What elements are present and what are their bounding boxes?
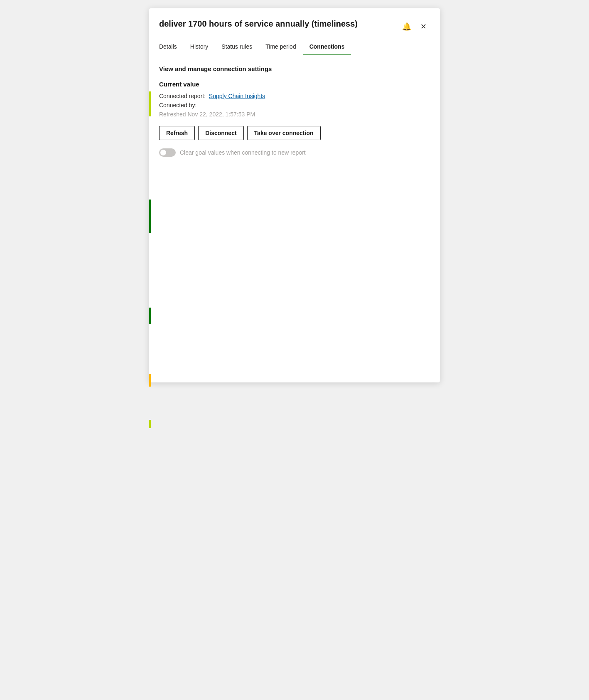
tab-details[interactable]: Details [159,40,184,55]
tab-connections[interactable]: Connections [303,40,351,55]
accent-bar-3 [149,308,151,324]
connected-report-link[interactable]: Supply Chain Insights [209,93,265,99]
accent-bar-5 [149,420,151,428]
action-buttons: Refresh Disconnect Take over connection [159,126,430,140]
toggle-label: Clear goal values when connecting to new… [180,149,306,156]
panel-title: deliver 1700 hours of service annually (… [159,18,400,29]
close-button[interactable]: ✕ [417,20,430,33]
disconnect-button[interactable]: Disconnect [198,126,243,140]
current-value-heading: Current value [159,81,430,88]
bell-icon: 🔔 [402,22,411,31]
toggle-row: Clear goal values when connecting to new… [159,148,430,157]
accent-bar-2 [149,200,151,233]
take-over-button[interactable]: Take over connection [247,126,321,140]
connected-report-row: Connected report: Supply Chain Insights [159,93,430,99]
connected-report-label: Connected report: [159,93,206,99]
accent-bars [149,91,151,428]
header-icons: 🔔 ✕ [400,18,430,33]
bell-button[interactable]: 🔔 [400,20,413,33]
panel-body: View and manage connection settings Curr… [149,55,440,382]
connected-by-label: Connected by: [159,102,196,108]
accent-bar-4 [149,374,151,387]
close-icon: ✕ [420,22,427,31]
clear-goal-toggle[interactable] [159,148,176,157]
tab-time-period[interactable]: Time period [259,40,302,55]
tabs-nav: Details History Status rules Time period… [149,33,440,55]
refresh-button[interactable]: Refresh [159,126,195,140]
panel-header: deliver 1700 hours of service annually (… [149,8,440,33]
toggle-slider [159,148,176,157]
refreshed-text: Refreshed Nov 22, 2022, 1:57:53 PM [159,111,430,118]
main-panel: deliver 1700 hours of service annually (… [149,8,440,382]
accent-bar-1 [149,91,151,116]
connected-by-row: Connected by: [159,102,430,108]
tab-history[interactable]: History [184,40,215,55]
tab-status-rules[interactable]: Status rules [215,40,259,55]
section-title: View and manage connection settings [159,65,430,72]
